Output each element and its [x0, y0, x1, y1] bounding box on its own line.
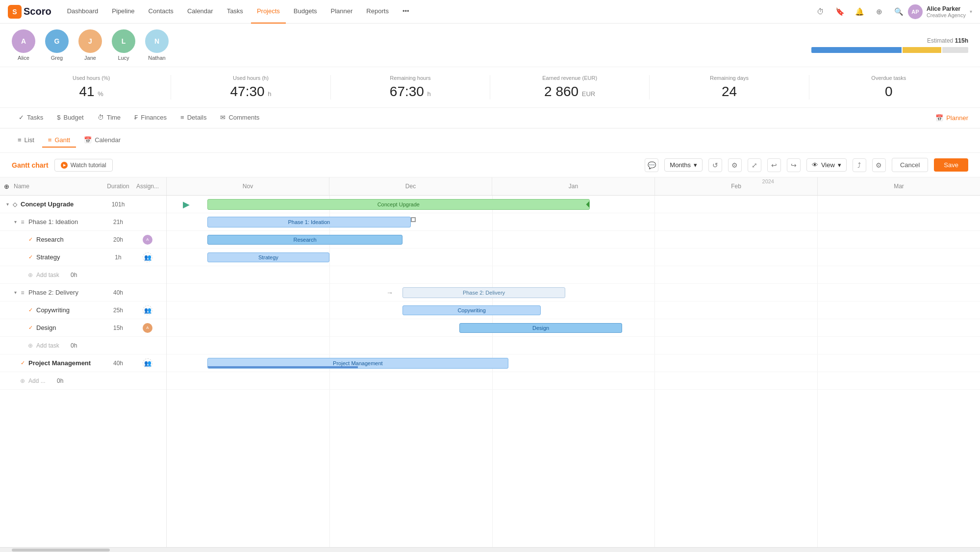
subtab-gantt[interactable]: ≡ Gantt: [42, 133, 76, 148]
cancel-button[interactable]: Cancel: [892, 158, 928, 172]
assign-avatar-research: A: [143, 235, 152, 245]
bar-copywriting[interactable]: Copywriting: [402, 305, 541, 315]
nav-calendar[interactable]: Calendar: [181, 0, 219, 24]
chevron-phase2[interactable]: ▾: [12, 289, 19, 296]
assign-design[interactable]: A: [133, 323, 162, 333]
stat-value-5: 0: [885, 84, 893, 100]
tab-comments[interactable]: ✉ Comments: [213, 108, 266, 128]
row-add-phase[interactable]: ⊕ Add ... 0h: [0, 372, 166, 390]
stat-label-5: Overdue tasks: [871, 75, 906, 81]
stat-used-hours-h: Used hours (h) 47:30 h: [171, 75, 330, 100]
assignee-col-header: Assign...: [133, 183, 162, 190]
dur-pm: 40h: [103, 360, 133, 367]
redo-icon[interactable]: ↪: [787, 158, 801, 172]
nav-projects[interactable]: Projects: [251, 0, 286, 24]
stat-label-4: Remaining days: [710, 75, 749, 81]
row-add-task-1[interactable]: ⊕ Add task 0h: [0, 266, 166, 284]
bookmark-icon[interactable]: 🔖: [833, 5, 847, 19]
gear-icon[interactable]: ⚙: [872, 158, 886, 172]
stat-used-hours-pct: Used hours (%) 41 %: [12, 75, 171, 100]
row-add-task-2[interactable]: ⊕ Add task 0h: [0, 337, 166, 354]
logo[interactable]: S Scoro: [8, 5, 51, 19]
watch-tutorial-button[interactable]: Watch tutorial: [54, 159, 113, 172]
avatar-greg[interactable]: G Greg: [45, 29, 69, 61]
nav-budgets[interactable]: Budgets: [288, 0, 323, 24]
bar-phase1[interactable]: Phase 1: Ideation: [207, 217, 411, 227]
tab-finances[interactable]: ₣ Finances: [127, 108, 174, 128]
avatar-alice[interactable]: A Alice: [12, 29, 35, 61]
nav-tasks[interactable]: Tasks: [221, 0, 249, 24]
bell-icon[interactable]: 🔔: [853, 5, 867, 19]
gantt-scrollbar-thumb[interactable]: [12, 549, 110, 552]
month-dec: Jan: [492, 177, 655, 195]
bar-design[interactable]: Design: [459, 323, 622, 333]
nav-dashboard[interactable]: Dashboard: [61, 0, 104, 24]
avatar-label-greg: Greg: [51, 55, 63, 61]
settings-2-icon[interactable]: ⚙: [728, 158, 742, 172]
assign-copywriting[interactable]: 👥: [133, 305, 162, 315]
avatar-circle-greg: G: [45, 29, 69, 53]
tab-tasks[interactable]: ✓ Tasks: [12, 108, 50, 128]
task-icon-copywriting: ✓: [26, 306, 34, 314]
task-icon-strategy: ✓: [26, 253, 34, 261]
months-selector[interactable]: Months ▾: [664, 158, 703, 172]
chevron-concept-upgrade[interactable]: ▾: [4, 201, 11, 208]
bar-strategy[interactable]: Strategy: [207, 252, 329, 262]
view-chevron: ▾: [838, 161, 841, 169]
chevron-phase1[interactable]: ▾: [12, 219, 19, 226]
avatar-label-jane: Jane: [84, 55, 96, 61]
view-button[interactable]: 👁 View ▾: [806, 158, 847, 172]
dur-phase1: 21h: [103, 219, 133, 226]
assign-pm[interactable]: 👥: [133, 358, 162, 368]
bar-concept-upgrade[interactable]: Concept Upgrade: [207, 199, 590, 210]
avatar-jane[interactable]: J Jane: [78, 29, 102, 61]
subtab-calendar[interactable]: 📅 Calendar: [78, 133, 126, 148]
stat-value-4: 24: [722, 84, 737, 100]
finances-tab-icon: ₣: [134, 114, 138, 121]
add-task-label-2[interactable]: Add task: [36, 342, 59, 349]
progress-area: Estimated 115h: [811, 37, 968, 53]
user-dropdown-icon[interactable]: ▾: [970, 9, 972, 14]
tab-time[interactable]: ⏱ Time: [91, 108, 127, 128]
bar-phase2[interactable]: Phase 2: Delivery: [402, 287, 565, 298]
bar-pm[interactable]: Project Management: [207, 358, 508, 369]
assign-research[interactable]: A: [133, 235, 162, 245]
add-phase-label[interactable]: Add ...: [28, 377, 46, 384]
avatar-nathan[interactable]: N Nathan: [145, 29, 169, 61]
gantt-scrollbar[interactable]: [0, 547, 980, 552]
user-area[interactable]: AP Alice Parker Creative Agency ▾: [908, 4, 972, 19]
share-icon[interactable]: ⤴: [853, 158, 866, 172]
undo-icon[interactable]: ↩: [767, 158, 781, 172]
add-task-label-1[interactable]: Add task: [36, 272, 59, 278]
nav-more[interactable]: •••: [397, 0, 415, 24]
subtab-row: ≡ List ≡ Gantt 📅 Calendar: [0, 128, 980, 153]
name-research: Research: [36, 236, 103, 243]
bar-phase1-label: Phase 1: Ideation: [288, 219, 330, 225]
stat-remaining-hours: Remaining hours 67:30 h: [331, 75, 490, 100]
planner-link[interactable]: 📅 Planner: [935, 114, 968, 122]
save-button[interactable]: Save: [934, 158, 968, 172]
stat-earned-revenue: Earned revenue (EUR) 2 860 EUR: [490, 75, 650, 100]
subtab-list[interactable]: ≡ List: [12, 133, 40, 148]
expand-icon[interactable]: ⤢: [748, 158, 761, 172]
assign-strategy[interactable]: 👥: [133, 252, 162, 262]
pb-gray: [942, 47, 968, 53]
nav-reports[interactable]: Reports: [360, 0, 395, 24]
tab-details[interactable]: ≡ Details: [174, 108, 213, 128]
comment-icon[interactable]: 💬: [645, 158, 658, 172]
play-icon: [61, 162, 68, 169]
nav-planner[interactable]: Planner: [325, 0, 359, 24]
timer-icon[interactable]: ⏱: [814, 5, 828, 19]
nav-contacts[interactable]: Contacts: [143, 0, 179, 24]
refresh-icon[interactable]: ↺: [708, 158, 722, 172]
bar-research[interactable]: Research: [207, 235, 402, 245]
dur-research: 20h: [103, 236, 133, 243]
add-icon[interactable]: ⊕: [873, 5, 886, 19]
nav-icons: ⏱ 🔖 🔔 ⊕ 🔍: [814, 5, 906, 19]
avatar-lucy[interactable]: L Lucy: [112, 29, 135, 61]
tab-budget[interactable]: $ Budget: [50, 108, 90, 128]
avatar-circle-lucy: L: [112, 29, 135, 53]
search-icon[interactable]: 🔍: [892, 5, 906, 19]
nav-pipeline[interactable]: Pipeline: [106, 0, 140, 24]
stat-label-1: Used hours (h): [233, 75, 269, 81]
